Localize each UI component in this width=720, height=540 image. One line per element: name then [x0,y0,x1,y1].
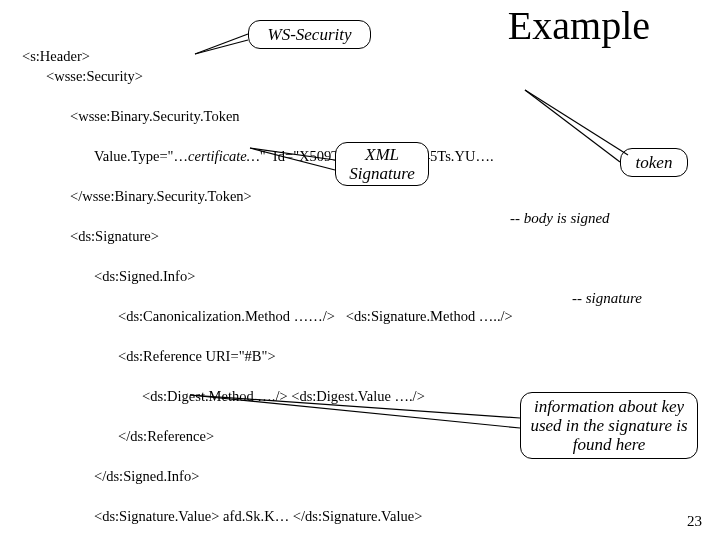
code-line: <wsse:Binary.Security.Token [22,106,559,126]
code-line: <s:Header> [22,48,90,64]
callout-token: token [620,148,688,177]
code-line: </wsse:Binary.Security.Token> [22,186,559,206]
code-line: <ds:Signature> [22,226,559,246]
callout-ws-security: WS-Security [248,20,371,49]
callout-keyinfo: information about key used in the signat… [520,392,698,459]
code-line: <ds:Reference URI="#B"> [22,346,559,366]
annot-body-signed: -- body is signed [510,210,610,227]
code-line: <ds:Digest.Method …./> <ds:Digest.Value … [22,386,559,406]
slide-stage: Example <s:Header> <wsse:Security> <wsse… [0,0,720,540]
code-line: <ds:Signature.Value> afd.Sk.K… </ds:Sign… [22,506,559,526]
callout-xml-signature: XML Signature [335,142,429,186]
code-line: Value.Type="…certificate…" Id="X509Token… [22,146,559,166]
code-line: <wsse:Security> [22,66,559,86]
code-line: <ds:Canonicalization.Method ……/> <ds:Sig… [22,306,559,326]
xml-code-block: <s:Header> <wsse:Security> <wsse:Binary.… [22,26,559,540]
code-text-ital: certificate… [188,148,260,164]
annot-signature: -- signature [572,290,642,307]
code-line: </ds:Signed.Info> [22,466,559,486]
code-text: Value.Type="… [94,148,188,164]
page-number: 23 [687,513,702,530]
code-line: <ds:Signed.Info> [22,266,559,286]
code-line: </ds:Reference> [22,426,559,446]
